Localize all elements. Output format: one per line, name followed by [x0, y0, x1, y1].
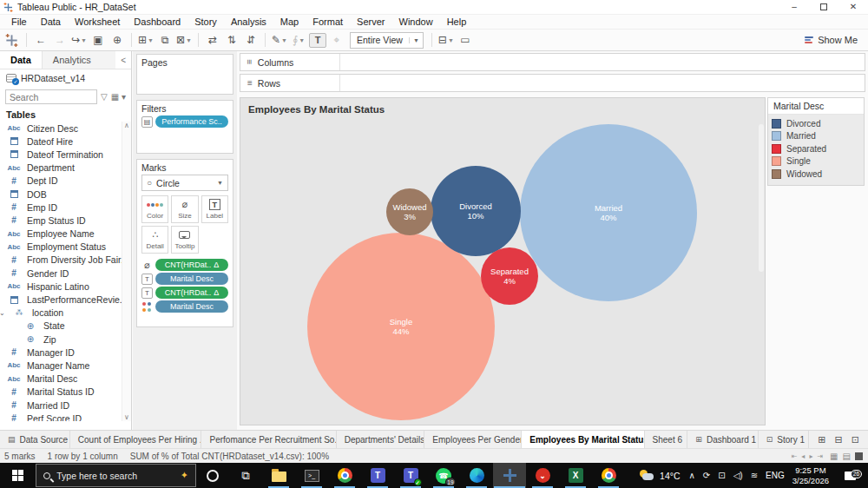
- taskbar-app-task-view[interactable]: ⧉: [229, 463, 262, 488]
- rows-shelf[interactable]: ≡ Rows: [240, 74, 865, 92]
- field-employment-status[interactable]: AbcEmployment Status: [0, 241, 131, 254]
- menu-window[interactable]: Window: [392, 16, 440, 27]
- field-dob[interactable]: DOB: [0, 188, 131, 201]
- legend-item-married[interactable]: Married: [772, 130, 860, 143]
- bubble-widowed[interactable]: Widowed3%: [386, 188, 433, 235]
- taskbar-app-chrome[interactable]: [328, 463, 361, 488]
- show-sheet-icon[interactable]: [855, 452, 863, 460]
- taskbar-app-whatsapp[interactable]: ☎19: [427, 463, 460, 488]
- field-married-id[interactable]: #Married ID: [0, 399, 131, 412]
- show-cards-icon[interactable]: ⊟▼: [437, 31, 455, 49]
- bubble-married[interactable]: Married40%: [520, 124, 697, 301]
- close-button[interactable]: ✕: [838, 0, 868, 14]
- taskbar-search[interactable]: Type here to search ✦: [36, 464, 196, 487]
- tab-employees-by-marital-status[interactable]: Employees By Marital Status: [522, 431, 644, 448]
- field-gender-id[interactable]: #Gender ID: [0, 267, 131, 280]
- field-marital-status-id[interactable]: #Marital Status ID: [0, 386, 131, 399]
- tab-data[interactable]: Data: [0, 51, 42, 69]
- menu-map[interactable]: Map: [273, 16, 306, 27]
- menu-data[interactable]: Data: [34, 16, 68, 27]
- story-navigation[interactable]: ⇤◂▸⇥: [792, 452, 823, 460]
- field-department[interactable]: AbcDepartment: [0, 162, 131, 175]
- tab-count-of-employees-per-hiring-[interactable]: Count of Employees Per Hiring ...: [70, 431, 202, 448]
- taskbar-app-teams[interactable]: T: [361, 463, 394, 488]
- menu-story[interactable]: Story: [187, 16, 224, 27]
- cast-display-icon[interactable]: ⊡: [718, 471, 725, 480]
- show-mark-labels-icon[interactable]: T: [309, 33, 326, 48]
- taskbar-app-teams-presence[interactable]: T✓: [394, 463, 427, 488]
- onedrive-icon[interactable]: ⟳: [703, 471, 710, 480]
- field-employee-name[interactable]: AbcEmployee Name: [0, 228, 131, 241]
- notification-center[interactable]: 26: [837, 472, 863, 480]
- tab-departments-details[interactable]: Departments' Details: [337, 431, 425, 448]
- taskbar-app-tableau[interactable]: [493, 463, 526, 488]
- new-worksheet-icon[interactable]: ⊞: [818, 434, 825, 445]
- minimize-button[interactable]: –: [779, 0, 809, 14]
- expander-icon[interactable]: ⌄: [0, 309, 6, 317]
- new-worksheet-icon[interactable]: ⊞▼: [137, 31, 155, 49]
- search-input[interactable]: [5, 89, 97, 104]
- legend-item-single[interactable]: Single: [772, 155, 860, 168]
- view-options-icon[interactable]: ▦ ▾: [111, 92, 126, 102]
- taskbar-app-red-app[interactable]: ⌄: [526, 463, 559, 488]
- fit-dropdown[interactable]: Entire View ▼: [350, 32, 424, 49]
- show-me-button[interactable]: Show Me: [805, 35, 863, 45]
- label-pill-2[interactable]: CNT(HRDat..Δ: [155, 287, 228, 299]
- taskbar-app-edge[interactable]: [460, 463, 493, 488]
- field-from-diversity-job-fair-[interactable]: #From Diversity Job Fair...: [0, 254, 131, 267]
- hidden-icons-icon[interactable]: ∧: [689, 471, 695, 480]
- color-pill[interactable]: Marital Desc: [155, 300, 228, 313]
- field-manager-name[interactable]: AbcManager Name: [0, 359, 131, 372]
- size-pill[interactable]: CNT(HRDat..Δ: [155, 259, 228, 271]
- taskbar-app-file-explorer[interactable]: [262, 463, 295, 488]
- replay-icon[interactable]: ↪▼: [70, 31, 88, 49]
- new-dashboard-icon[interactable]: ⊟: [835, 434, 843, 445]
- datasource-item[interactable]: HRDataset_v14: [0, 69, 131, 87]
- language-indicator[interactable]: ENG: [766, 471, 785, 480]
- tab-analytics[interactable]: Analytics: [42, 51, 115, 69]
- bubble-divorced[interactable]: Divorced10%: [431, 166, 521, 256]
- field-emp-id[interactable]: #Emp ID: [0, 201, 131, 214]
- new-data-source-icon[interactable]: ⊕: [108, 31, 126, 49]
- network-icon[interactable]: ≋: [751, 471, 758, 480]
- menu-analysis[interactable]: Analysis: [224, 16, 273, 27]
- label-pill-1[interactable]: Marital Desc: [155, 273, 228, 285]
- color-button[interactable]: Color: [141, 195, 168, 223]
- bubble-single[interactable]: Single44%: [307, 233, 495, 420]
- clock[interactable]: 9:25 PM3/25/2026: [792, 465, 829, 486]
- taskbar-app-excel[interactable]: X: [559, 463, 592, 488]
- filters-card[interactable]: Filters ▤ Performance Sc..: [136, 100, 233, 154]
- sort-ascending-icon[interactable]: ⇅: [223, 31, 240, 49]
- show-filmstrip-icon[interactable]: ▤: [843, 452, 851, 461]
- menu-format[interactable]: Format: [306, 16, 350, 27]
- legend-item-divorced[interactable]: Divorced: [772, 117, 860, 130]
- taskbar-app-terminal[interactable]: >_: [295, 463, 328, 488]
- field-state[interactable]: ⊕State: [0, 320, 131, 333]
- menu-worksheet[interactable]: Worksheet: [68, 16, 127, 27]
- highlight-icon[interactable]: ✎▼: [271, 31, 288, 49]
- view-scrollbar[interactable]: [759, 124, 764, 272]
- tab-dashboard-1[interactable]: ⊞Dashboard 1: [687, 431, 758, 448]
- menu-file[interactable]: File: [4, 16, 34, 27]
- label-button[interactable]: T Label: [201, 195, 228, 223]
- field-marital-desc[interactable]: AbcMarital Desc: [0, 373, 131, 386]
- field-location[interactable]: ⌄⁂location: [0, 307, 131, 320]
- bubble-separated[interactable]: Separated4%: [481, 247, 538, 305]
- weather-widget[interactable]: 14°C: [630, 463, 688, 488]
- swap-rows-columns-icon[interactable]: ⇄: [204, 31, 221, 49]
- menu-dashboard[interactable]: Dashboard: [127, 16, 187, 27]
- collapse-pane-icon[interactable]: <: [115, 56, 131, 65]
- menu-help[interactable]: Help: [440, 16, 474, 27]
- tab-data-source[interactable]: ▤Data Source: [0, 431, 70, 448]
- clear-sheet-icon[interactable]: ⊠▼: [175, 31, 193, 49]
- tableau-home-icon[interactable]: [5, 34, 18, 47]
- tab-perfomance-per-recruitment-so-[interactable]: Perfomance Per Recruitment So...: [201, 431, 336, 448]
- filter-pill[interactable]: Performance Sc..: [155, 115, 228, 128]
- mark-type-dropdown[interactable]: ○ Circle ▼: [141, 175, 228, 191]
- start-button[interactable]: [0, 463, 36, 488]
- taskbar-app-cortana[interactable]: [196, 463, 229, 488]
- new-story-icon[interactable]: ⊡: [852, 434, 859, 445]
- field-dateof-termination[interactable]: Dateof Termination: [0, 148, 131, 161]
- size-button[interactable]: ⌀ Size: [171, 195, 198, 223]
- legend-item-separated[interactable]: Separated: [772, 142, 860, 155]
